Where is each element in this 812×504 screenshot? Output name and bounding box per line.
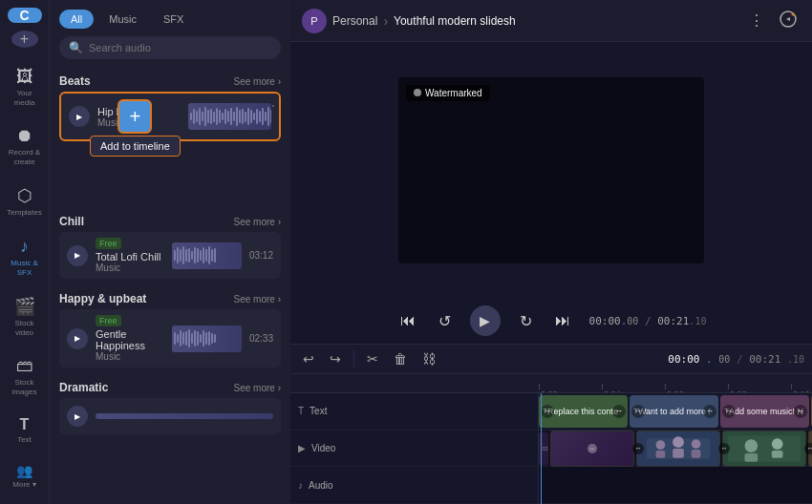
more-options-button[interactable]: ⋮ — [745, 8, 768, 33]
waveform — [188, 103, 271, 130]
play-pause-button[interactable]: ▶ — [470, 305, 501, 336]
watermark-dot — [414, 89, 421, 96]
clip-text: Add some music! N — [729, 407, 803, 416]
chill-see-more[interactable]: See more › — [234, 217, 281, 227]
clip-drag-handle[interactable]: ↔ — [722, 405, 736, 418]
beats-title: Beats — [59, 74, 91, 88]
playback-controls: ⏮ ↺ ▶ ↻ ⏭ 00:00.00 / 00:21.10 — [290, 298, 812, 344]
track-item-gentle-happiness[interactable]: ▶ Free Gentle Happiness Music 02:33 — [59, 309, 281, 368]
track-item-dramatic-1[interactable]: ▶ — [59, 398, 281, 434]
sidebar-item-record-create[interactable]: ⏺ Record &create — [4, 122, 46, 170]
search-input[interactable] — [89, 42, 271, 53]
app-logo: C — [8, 8, 42, 23]
video-track-row: ⠿ ↔ — [539, 430, 812, 468]
timeline-toolbar: ↩ ↪ ✂ 🗑 ⛓ 00:00 . 00 / 00:21 .10 — [290, 344, 812, 374]
search-icon: 🔍 — [69, 41, 83, 54]
svg-rect-13 — [744, 452, 758, 461]
breadcrumb-separator: › — [383, 13, 388, 29]
video-track-icon: ▶ — [298, 443, 306, 453]
sidebar-item-more[interactable]: 👥 More ▾ — [4, 459, 46, 494]
sidebar-item-stock-images[interactable]: 🗃 Stock images — [4, 352, 46, 400]
track-item-hip-hop[interactable]: ··· ▶ Hip Hop Music — [59, 92, 281, 141]
play-button[interactable]: ▶ — [67, 406, 88, 427]
skip-forward-button[interactable]: ⏭ — [551, 308, 574, 333]
sidebar-item-stock-video[interactable]: 🎬 Stock video — [4, 292, 46, 341]
redo-button[interactable]: ↪ — [325, 348, 346, 369]
share-button[interactable] — [776, 7, 801, 35]
tab-all[interactable]: All — [59, 10, 94, 29]
delete-button[interactable]: 🗑 — [389, 348, 412, 369]
text-clip-3[interactable]: T Add some music! N ↔ ↔ — [720, 395, 809, 428]
play-button[interactable]: ▶ — [67, 245, 88, 266]
forward-button[interactable]: ↻ — [516, 308, 536, 334]
text-icon: T — [20, 416, 30, 433]
waveform — [172, 242, 241, 269]
time-display: 00:00.00 / 00:21.10 — [589, 315, 707, 327]
dramatic-see-more[interactable]: See more › — [234, 383, 281, 393]
dramatic-title: Dramatic — [59, 381, 108, 394]
sidebar-item-your-media[interactable]: 🖼 Your media — [4, 63, 46, 111]
text-track-row: T Replace this conte ↔ ↔ T Want to add m… — [539, 393, 812, 430]
clip-drag-handle[interactable]: ↔ — [631, 405, 645, 418]
free-badge: Free — [96, 238, 121, 249]
svg-point-1 — [792, 12, 795, 15]
audio-list: Beats See more › ··· ▶ Hip Hop Music — [50, 67, 290, 504]
timeline-area: ↩ ↪ ✂ 🗑 ⛓ 00:00 . 00 / 00:21 .10 0:02 0:… — [290, 344, 812, 504]
clip-drag-handle[interactable]: ↔ — [541, 405, 554, 418]
preview-area: Watermarked — [290, 42, 812, 298]
clip-drag-handle[interactable]: ↔ — [612, 405, 626, 418]
video-clip-3[interactable] — [722, 430, 806, 467]
text-clip-2[interactable]: T Want to add more ! ↔ ↔ — [630, 395, 718, 428]
timeline-content: T Text ▶ Video ♪ Audio — [290, 393, 812, 504]
breadcrumb: P Personal › Youthful modern slidesh — [302, 9, 516, 33]
undo-button[interactable]: ↩ — [298, 348, 319, 369]
video-track-label-row: ▶ Video — [290, 430, 538, 468]
clip-drag-handle[interactable]: ↔ — [794, 405, 807, 418]
total-time: 00:21 — [657, 315, 689, 327]
svg-point-12 — [744, 439, 758, 452]
text-clip-1[interactable]: T Replace this conte ↔ ↔ — [539, 395, 628, 428]
clip-text: Replace this conte — [547, 407, 618, 416]
add-to-timeline-icon-btn[interactable]: + — [118, 99, 152, 134]
sidebar-item-templates[interactable]: ⬡ Templates — [4, 181, 46, 221]
free-badge: Free — [96, 315, 121, 326]
clip-drag-handle[interactable]: ↔ — [703, 405, 716, 418]
timeline-labels: T Text ▶ Video ♪ Audio — [290, 393, 539, 504]
main-area: P Personal › Youthful modern slidesh ⋮ W… — [290, 0, 812, 504]
sidebar-item-label: Your media — [8, 89, 42, 107]
skip-back-button[interactable]: ⏮ — [396, 308, 419, 333]
sidebar-item-text[interactable]: T Text — [4, 412, 46, 449]
sidebar: C + 🖼 Your media ⏺ Record &create ⬡ Temp… — [0, 0, 50, 504]
sidebar-item-music-sfx[interactable]: ♪ Music & SFX — [4, 233, 46, 281]
text-track-label-row: T Text — [290, 393, 538, 430]
add-button[interactable]: + — [11, 31, 38, 48]
rewind-button[interactable]: ↺ — [435, 308, 455, 334]
chill-title: Chill — [59, 215, 84, 228]
play-button[interactable]: ▶ — [67, 328, 88, 349]
tab-music[interactable]: Music — [97, 10, 148, 29]
happy-section-header: Happy & upbeat See more › — [59, 284, 281, 309]
track-type: Music — [96, 351, 164, 362]
watermark-badge: Watermarked — [406, 85, 490, 101]
tab-sfx[interactable]: SFX — [152, 10, 195, 29]
video-clip-1[interactable]: ↔ — [550, 430, 634, 467]
audio-track-label: Audio — [309, 480, 333, 491]
track-name: Gentle Happiness — [96, 328, 164, 351]
happy-see-more[interactable]: See more › — [234, 294, 281, 304]
topbar: P Personal › Youthful modern slidesh ⋮ — [290, 0, 812, 42]
svg-point-4 — [656, 440, 666, 450]
your-media-icon: 🖼 — [16, 67, 33, 87]
sidebar-item-label: Record &create — [9, 148, 40, 166]
track-item-total-lofi[interactable]: ▶ Free Total Lofi Chill Music 03:12 — [59, 232, 281, 279]
video-clip-2[interactable] — [636, 430, 720, 467]
beats-see-more[interactable]: See more › — [234, 76, 281, 87]
timeline-ruler: 0:02 0:04 0:06 0:08 0:10 0:12 0:14 0:16 — [290, 374, 812, 393]
time-separator: / — [645, 315, 657, 327]
cut-button[interactable]: ✂ — [362, 348, 383, 369]
audio-panel: All Music SFX 🔍 Beats See more › ··· ▶ H… — [50, 0, 290, 504]
waveform — [172, 326, 241, 352]
play-button[interactable]: ▶ — [69, 106, 90, 127]
waveform — [96, 413, 273, 419]
breadcrumb-personal: Personal — [332, 14, 377, 28]
link-button[interactable]: ⛓ — [417, 348, 440, 369]
